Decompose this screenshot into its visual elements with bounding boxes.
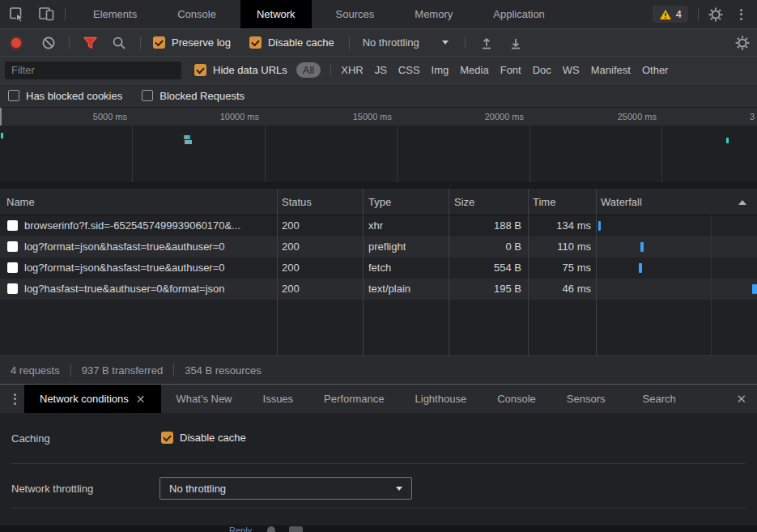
request-row[interactable]: browserinfo?f.sid=-6525457499939060170&.… [0,215,757,236]
column-header-time[interactable]: Time [533,189,555,215]
background-page-strip: Reply [0,526,757,532]
tab-memory[interactable]: Memory [398,0,469,28]
checkbox-checked-icon [161,432,173,444]
export-har-icon[interactable] [508,36,523,50]
request-row[interactable]: log?format=json&hasfast=true&authuser=0 … [0,257,757,279]
divider [465,36,466,49]
tick-label: 25000 ms [576,108,657,126]
requests-table-header[interactable]: Name Status Type Size Time Waterfall [0,189,757,215]
filter-chip-css[interactable]: CSS [398,64,420,76]
import-har-icon[interactable] [479,36,494,50]
filter-input[interactable] [5,62,181,79]
filter-chip-manifest[interactable]: Manifest [591,64,631,76]
filter-chip-media[interactable]: Media [460,64,488,76]
network-throttling-select[interactable]: No throttling [159,477,412,500]
inspect-element-icon[interactable] [5,3,29,26]
summary-request-count: 4 requests [0,364,70,377]
divider [11,463,746,464]
preserve-log-checkbox[interactable]: Preserve log [153,36,231,49]
network-throttling-label: Network throttling [11,483,93,495]
drawer-tab-console[interactable]: Console [482,385,551,414]
tab-application[interactable]: Application [477,0,561,28]
has-blocked-cookies-checkbox[interactable]: Has blocked cookies [8,90,122,102]
column-header-waterfall[interactable]: Waterfall [601,189,642,215]
tab-sources[interactable]: Sources [320,0,391,28]
request-name: log?format=json&hasfast=true&authuser=0 [24,236,271,257]
filter-chip-other[interactable]: Other [642,64,669,76]
request-type: text/plain [368,279,410,300]
filter-chip-all[interactable]: All [296,62,321,78]
filter-chip-ws[interactable]: WS [563,64,580,76]
issues-warning-badge[interactable]: 4 [653,6,688,23]
throttling-select[interactable]: No throttling [363,36,449,49]
drawer-tab-lighthouse[interactable]: Lighthouse [400,385,483,414]
column-header-type[interactable]: Type [368,189,391,215]
waterfall-bar [640,242,644,252]
chevron-down-icon [442,40,449,45]
drawer-more-tabs-kebab-icon[interactable] [5,385,24,414]
checkbox-unchecked-icon [8,90,19,101]
preserve-log-label: Preserve log [172,36,231,49]
overview-request-mark [184,135,190,139]
request-type: fetch [368,257,391,279]
tick-label: 15000 ms [311,108,392,126]
request-time: 134 ms [528,215,591,236]
filter-chip-img[interactable]: Img [432,64,449,76]
blocked-requests-checkbox[interactable]: Blocked Requests [142,90,245,102]
record-network-log-button[interactable] [11,38,21,48]
request-size: 0 B [449,236,521,257]
disable-cache-checkbox[interactable]: Disable cache [249,36,334,49]
network-filter-bar: Hide data URLs All XHR JS CSS Img Media … [0,57,757,84]
more-options-kebab-icon[interactable] [731,3,751,26]
hide-data-urls-label: Hide data URLs [213,64,287,76]
column-header-status[interactable]: Status [282,189,312,215]
tab-elements[interactable]: Elements [77,0,153,28]
overview-footer [0,182,757,189]
request-time: 46 ms [528,279,591,300]
filter-funnel-icon[interactable] [83,36,98,49]
request-row[interactable]: log?hasfast=true&authuser=0&format=json … [0,279,757,300]
drawer-tab-search[interactable]: Search [621,385,698,414]
clear-network-log-icon[interactable] [41,36,56,50]
filter-chip-doc[interactable]: Doc [533,64,551,76]
waterfall-bar [598,221,601,231]
drawer-tab-network-conditions[interactable]: Network conditions ✕ [24,385,161,414]
network-overview-timeline[interactable]: 5000 ms 10000 ms 15000 ms 20000 ms 25000… [0,108,757,189]
divider [65,8,66,21]
tab-network[interactable]: Network [240,0,312,28]
filter-chip-font[interactable]: Font [500,64,521,76]
device-toolbar-icon[interactable] [34,3,58,26]
settings-gear-icon[interactable] [704,3,728,26]
search-icon[interactable] [112,36,126,50]
drawer-tab-performance[interactable]: Performance [308,385,399,414]
request-type: preflight [368,236,406,257]
close-drawer-icon[interactable]: ✕ [736,392,746,406]
close-tab-icon[interactable]: ✕ [136,393,146,406]
request-name: log?format=json&hasfast=true&authuser=0 [24,257,271,279]
overview-left-handle[interactable] [0,108,2,126]
background-avatar-icon [267,526,275,532]
tab-console[interactable]: Console [161,0,232,28]
overview-request-mark [185,140,192,144]
column-header-name[interactable]: Name [6,189,35,215]
checkbox-unchecked-icon [142,90,153,101]
conditions-disable-cache-checkbox[interactable]: Disable cache [161,432,246,444]
column-header-size[interactable]: Size [454,189,474,215]
divider [698,8,699,21]
filter-chip-xhr[interactable]: XHR [341,64,363,76]
drawer-tab-issues[interactable]: Issues [248,385,309,414]
request-row[interactable]: log?format=json&hasfast=true&authuser=0 … [0,236,757,257]
summary-transferred: 937 B transferred [71,364,173,377]
drawer-tab-whats-new[interactable]: What's New [161,385,248,414]
network-settings-gear-icon[interactable] [734,35,751,51]
tick-label: 10000 ms [178,108,259,126]
drawer-tab-label: Network conditions [40,393,129,405]
waterfall-bar [752,284,757,294]
hide-data-urls-checkbox[interactable]: Hide data URLs [194,64,287,76]
request-name: log?hasfast=true&authuser=0&format=json [24,279,271,300]
filter-chip-js[interactable]: JS [375,64,387,76]
waterfall-bar [639,263,642,273]
request-size: 554 B [449,257,521,279]
overview-request-mark [726,138,729,143]
drawer-tab-sensors[interactable]: Sensors [551,385,621,414]
